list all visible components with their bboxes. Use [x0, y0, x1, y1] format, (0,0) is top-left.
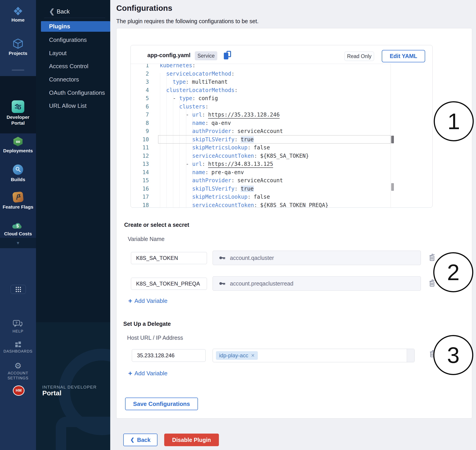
add-variable-label: Add Variable	[135, 297, 168, 304]
add-variable-button[interactable]: + Add Variable	[128, 369, 167, 377]
feature-flag-icon	[12, 191, 24, 203]
code-line: 18 serviceAccountToken:${K8S_SA_TOKEN_PR…	[131, 201, 391, 208]
code-line: 13 - url:https://34.83.13.125	[131, 160, 391, 168]
code-line: 1kubernetes:	[131, 64, 391, 70]
secret-value: account.preqaclusterread	[230, 280, 293, 287]
code-content: 1kubernetes: 2 serviceLocatorMethod: 3 t…	[131, 64, 391, 208]
variable-name-label: Variable Name	[128, 236, 165, 242]
code-line: 3 type:multiTenant	[131, 78, 391, 86]
yaml-filename: app-config.yaml	[147, 52, 191, 59]
avatar[interactable]: HM	[13, 385, 24, 396]
edit-yaml-button[interactable]: Edit YAML	[382, 50, 425, 62]
trash-icon[interactable]	[428, 253, 436, 262]
annotation-marker-2: 2	[433, 252, 473, 292]
code-viewport: 1kubernetes: 2 serviceLocatorMethod: 3 t…	[131, 64, 391, 208]
delegate-tags-field[interactable]: idp-play-acc ✕	[212, 349, 415, 362]
subnav-back-button[interactable]: Back	[57, 8, 70, 15]
chevron-left-icon: ❮	[49, 7, 55, 15]
secret-value: account.qacluster	[230, 255, 274, 261]
add-variable-button[interactable]: + Add Variable	[128, 297, 167, 305]
code-line: 5 - type:config	[131, 94, 391, 103]
code-line: 2 serviceLocatorMethod:	[131, 70, 391, 78]
subnav-footer-kicker: INTERNAL DEVELOPER	[42, 385, 97, 390]
secret-section-title: Create or select a secret	[124, 222, 189, 228]
sidebar-item-deployments[interactable]: ∞ Deployments	[0, 137, 36, 154]
secret-select-field[interactable]: account.qacluster	[212, 251, 421, 265]
subnav-item-layout[interactable]: Layout	[41, 48, 110, 59]
plus-icon: +	[128, 297, 132, 305]
cloud-costs-icon: $	[12, 220, 24, 230]
sidebar-item-label: Home	[0, 17, 36, 23]
sidebar-collapse-chevron[interactable]: ▾	[0, 238, 36, 248]
sidebar-item-feature-flags[interactable]: Feature Flags	[0, 192, 36, 210]
module-picker-button[interactable]	[11, 285, 26, 294]
variable-name-input[interactable]: K8S_SA_TOKEN	[131, 252, 207, 264]
svg-text:$: $	[16, 223, 19, 228]
sidebar-item-label: Feature Flags	[0, 204, 36, 210]
sidebar-item-label: Builds	[0, 177, 36, 183]
scrollbar-thumb[interactable]	[391, 136, 394, 143]
annotation-marker-1: 1	[434, 101, 474, 141]
subnav-divider	[44, 18, 105, 18]
sidebar-item-dashboards[interactable]: DASHBOARDS	[0, 342, 36, 354]
code-line: 14 name:pre-qa-env	[131, 168, 391, 177]
chevron-left-icon: ❮	[130, 437, 134, 443]
sidebar-item-cloud-costs[interactable]: $ Cloud Costs	[0, 220, 36, 237]
delegate-section-title: Set Up a Delegate	[123, 321, 171, 327]
sidebar-item-label: Cloud Costs	[0, 231, 36, 237]
sidebar-divider	[12, 70, 24, 71]
subnav-item-access-control[interactable]: Access Control	[41, 61, 110, 71]
sidebar-item-label: Projects	[0, 50, 36, 56]
subnav-item-url-allow-list[interactable]: URL Allow List	[41, 100, 110, 111]
sidebar-item-label: Developer Portal	[0, 114, 36, 126]
code-line: 16 skipTLSVerify:true	[131, 185, 391, 193]
sidebar-item-projects[interactable]: Projects	[0, 38, 36, 56]
sidebar-item-account-settings[interactable]: ⚙ ACCOUNT SETTINGS	[0, 362, 36, 381]
field-end-cap	[407, 349, 414, 362]
read-only-badge: Read Only	[344, 52, 374, 61]
add-variable-label: Add Variable	[135, 370, 168, 377]
code-line: 11 skipMetricsLookup:false	[131, 143, 391, 152]
sidebar-item-developer-portal[interactable]: Developer Portal	[0, 100, 36, 126]
subnav-item-plugins[interactable]: Plugins	[41, 21, 110, 32]
deployments-icon: ∞	[13, 137, 23, 146]
code-line: 6 clusters:	[131, 103, 391, 111]
disable-plugin-button[interactable]: Disable Plugin	[164, 434, 219, 446]
page-subtitle: The plugin requires the following config…	[116, 18, 259, 24]
sidebar-item-home[interactable]: ❖ Home	[0, 6, 36, 23]
key-icon	[219, 280, 226, 287]
sidebar-item-help[interactable]: ? HELP	[0, 320, 36, 334]
plus-icon: +	[128, 369, 132, 377]
copy-icon[interactable]	[224, 51, 233, 60]
code-line: 7 - url:https://35.233.128.246	[131, 111, 391, 119]
scrollbar-match-marker	[391, 183, 394, 191]
builds-icon	[13, 165, 23, 175]
copy-icon-front	[224, 53, 228, 59]
sidebar-item-label: Deployments	[0, 148, 36, 154]
decor-rounded-rect	[56, 417, 110, 450]
back-button[interactable]: ❮ Back	[123, 434, 158, 446]
code-line: 17 skipMetricsLookup:false	[131, 193, 391, 201]
delegate-tag-chip: idp-play-acc ✕	[216, 351, 258, 360]
code-line: 15 authProvider:serviceAccount	[131, 176, 391, 185]
subnav-item-configurations[interactable]: Configurations	[41, 35, 110, 45]
key-icon	[219, 254, 226, 261]
sidebar-item-label: DASHBOARDS	[0, 349, 36, 354]
save-configurations-button[interactable]: Save Configurations	[125, 397, 198, 410]
remove-tag-icon[interactable]: ✕	[251, 353, 255, 358]
sidebar-item-label: HELP	[0, 329, 36, 334]
code-line: 4 clusterLocatorMethods:	[131, 86, 391, 95]
code-line: 10 skipTLSVerify:true	[131, 136, 391, 144]
secret-select-field[interactable]: account.preqaclusterread	[212, 276, 421, 291]
subnav-item-connectors[interactable]: Connectors	[41, 74, 110, 85]
page-title: Configurations	[116, 4, 172, 13]
subnav-item-oauth-configurations[interactable]: OAuth Configurations	[41, 87, 110, 98]
sidebar-item-builds[interactable]: Builds	[0, 165, 36, 183]
harness-logo-icon: ❖	[0, 6, 36, 17]
help-chat-icon: ?	[13, 320, 23, 328]
host-url-input[interactable]: 35.233.128.246	[132, 349, 206, 362]
code-line: 12 serviceAccountToken:${K8S_SA_TOKEN}	[131, 152, 391, 160]
svg-text:?: ?	[15, 321, 17, 325]
dashboards-icon	[15, 342, 21, 347]
variable-name-input[interactable]: K8S_SA_TOKEN_PREQA	[131, 278, 207, 290]
